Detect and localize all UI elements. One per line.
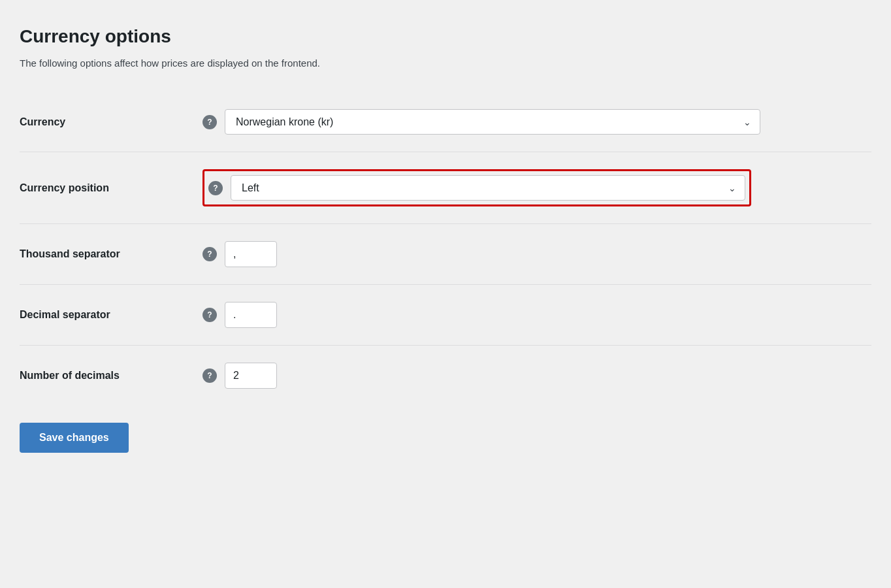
thousand-separator-input[interactable] (225, 241, 277, 267)
decimal-separator-label: Decimal separator (20, 309, 202, 321)
thousand-separator-label: Thousand separator (20, 248, 202, 260)
currency-position-row: Currency position ? Left Right Left with… (20, 155, 871, 221)
currency-position-help-icon[interactable]: ? (208, 181, 223, 195)
currency-position-select-wrapper: Left Right Left with space Right with sp… (231, 175, 745, 201)
decimal-separator-row: Decimal separator ? (20, 287, 871, 342)
currency-help-icon[interactable]: ? (202, 115, 217, 129)
number-of-decimals-input[interactable] (225, 363, 277, 389)
currency-position-label: Currency position (20, 182, 202, 194)
number-of-decimals-label: Number of decimals (20, 370, 202, 382)
thousand-separator-control: ? (202, 241, 871, 267)
number-of-decimals-help-icon[interactable]: ? (202, 368, 217, 383)
page-title: Currency options (20, 26, 871, 47)
currency-select-wrapper: Norwegian krone (kr) US dollar ($) Euro … (225, 109, 760, 135)
decimal-separator-control: ? (202, 302, 871, 328)
currency-label: Currency (20, 116, 202, 128)
thousand-separator-row: Thousand separator ? (20, 227, 871, 282)
divider-4 (20, 345, 871, 346)
page-description: The following options affect how prices … (20, 57, 871, 69)
currency-control: ? Norwegian krone (kr) US dollar ($) Eur… (202, 109, 871, 135)
save-changes-button[interactable]: Save changes (20, 423, 129, 453)
currency-select[interactable]: Norwegian krone (kr) US dollar ($) Euro … (225, 109, 760, 135)
divider-3 (20, 284, 871, 285)
number-of-decimals-row: Number of decimals ? (20, 348, 871, 403)
decimal-separator-help-icon[interactable]: ? (202, 308, 217, 322)
number-of-decimals-control: ? (202, 363, 871, 389)
currency-position-select[interactable]: Left Right Left with space Right with sp… (231, 175, 745, 201)
decimal-separator-input[interactable] (225, 302, 277, 328)
divider-1 (20, 152, 871, 152)
thousand-separator-help-icon[interactable]: ? (202, 247, 217, 261)
divider-2 (20, 223, 871, 224)
currency-row: Currency ? Norwegian krone (kr) US dolla… (20, 95, 871, 149)
currency-position-highlighted-wrapper: ? Left Right Left with space Right with … (202, 169, 751, 206)
